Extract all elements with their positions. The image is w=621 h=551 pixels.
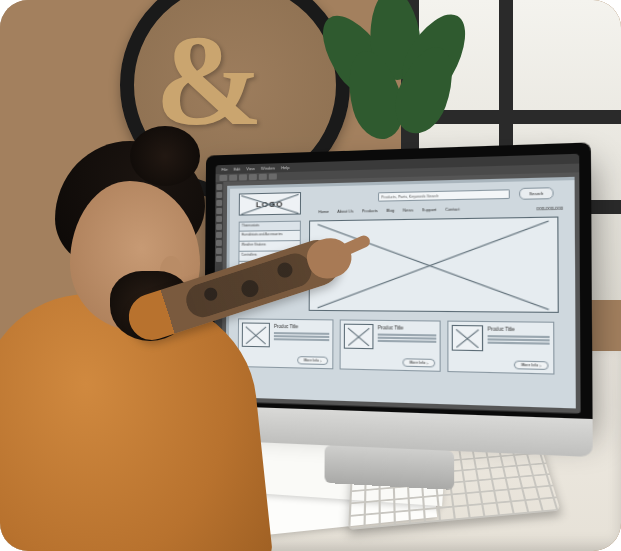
wf-sidebar-item[interactable]: Temp / Humidity Sensors: [238, 262, 300, 272]
toolbar-button[interactable]: [239, 174, 247, 180]
tool-button[interactable]: [216, 184, 222, 190]
toolbar-button[interactable]: [259, 174, 267, 180]
wf-nav-contact[interactable]: Contact: [442, 207, 463, 212]
wf-more-info-button[interactable]: More Info: [514, 361, 549, 371]
monitor: File Edit View Window Help: [204, 142, 593, 419]
wf-card-text: [378, 334, 437, 344]
wf-nav-products[interactable]: Products: [359, 209, 381, 214]
tool-button[interactable]: [216, 200, 222, 206]
wf-search-button[interactable]: Search: [519, 187, 554, 200]
tool-button[interactable]: [216, 240, 222, 246]
toolbar-button[interactable]: [229, 175, 237, 181]
tool-palette: [214, 182, 224, 401]
tool-button[interactable]: [216, 208, 222, 214]
wf-hero-placeholder[interactable]: [309, 217, 559, 313]
wf-sidebar-item[interactable]: Controllers: [238, 251, 300, 262]
wf-nav-support[interactable]: Support: [419, 208, 440, 213]
design-app-screen: File Edit View Window Help: [214, 154, 581, 414]
monitor-bezel: File Edit View Window Help: [204, 142, 593, 419]
wf-card-thumb: [452, 325, 483, 351]
artboard[interactable]: LOGO Products, Parts, Keywords Search Se…: [226, 177, 576, 409]
menu-view[interactable]: View: [246, 166, 255, 171]
wf-sidebar-item[interactable]: Solar Radiation: [238, 272, 300, 282]
menu-help[interactable]: Help: [281, 165, 289, 170]
wf-sidebar-item[interactable]: Humidistats and Accessories: [239, 231, 301, 242]
toolbar-button[interactable]: [219, 175, 227, 181]
wf-card-text: [488, 335, 550, 346]
wf-card-row: Produc Title More Info Produc Title More…: [238, 318, 555, 374]
wf-phone-number: 000-000-000: [537, 206, 563, 212]
wf-product-card[interactable]: Produc Title More Info: [238, 318, 334, 369]
tool-button[interactable]: [216, 232, 222, 238]
wf-nav-home[interactable]: Home: [315, 210, 332, 214]
wf-card-thumb: [344, 324, 374, 350]
wf-sidebar-item[interactable]: Weather Stations: [238, 241, 300, 252]
tool-button[interactable]: [216, 248, 222, 254]
canvas-area: LOGO Products, Parts, Keywords Search Se…: [214, 172, 581, 413]
toolbar-button[interactable]: [249, 174, 257, 180]
wf-sidebar-item[interactable]: Replacement Parts: [238, 282, 300, 292]
wf-card-title: Produc Title: [488, 326, 515, 332]
wf-sidebar: Thermostats Humidistats and Accessories …: [238, 221, 301, 293]
wf-nav-news[interactable]: News: [400, 208, 417, 213]
wf-nav-about[interactable]: About Us: [334, 209, 357, 214]
tool-button[interactable]: [216, 224, 222, 230]
monitor-stand: [325, 445, 455, 490]
wf-nav-blog[interactable]: Blog: [383, 209, 398, 213]
wf-nav: Home About Us Products Blog News Support…: [315, 207, 463, 214]
wf-more-info-button[interactable]: More Info: [402, 358, 435, 367]
ruler-vertical: [226, 186, 231, 397]
wf-card-title: Produc Title: [274, 324, 298, 329]
tool-button[interactable]: [216, 216, 222, 222]
wf-product-card[interactable]: Produc Title More Info: [447, 321, 554, 375]
menu-file[interactable]: File: [221, 167, 227, 172]
tool-button[interactable]: [216, 192, 222, 198]
menu-edit[interactable]: Edit: [234, 166, 241, 171]
photo-scene: & File Edit View Window Help: [0, 0, 621, 551]
coffee-cup: [120, 381, 190, 431]
toolbar-button[interactable]: [269, 173, 277, 179]
menu-window[interactable]: Window: [261, 165, 275, 170]
wf-search-input[interactable]: Products, Parts, Keywords Search: [378, 189, 510, 201]
wf-card-text: [274, 332, 329, 342]
tool-button[interactable]: [216, 256, 222, 262]
wf-card-thumb: [242, 322, 270, 347]
ampersand-decor: &: [155, 5, 263, 155]
wf-more-info-button[interactable]: More Info: [297, 356, 328, 365]
wf-product-card[interactable]: Produc Title More Info: [340, 319, 441, 371]
wf-card-title: Produc Title: [378, 325, 404, 331]
wf-logo-placeholder[interactable]: LOGO: [239, 192, 301, 216]
